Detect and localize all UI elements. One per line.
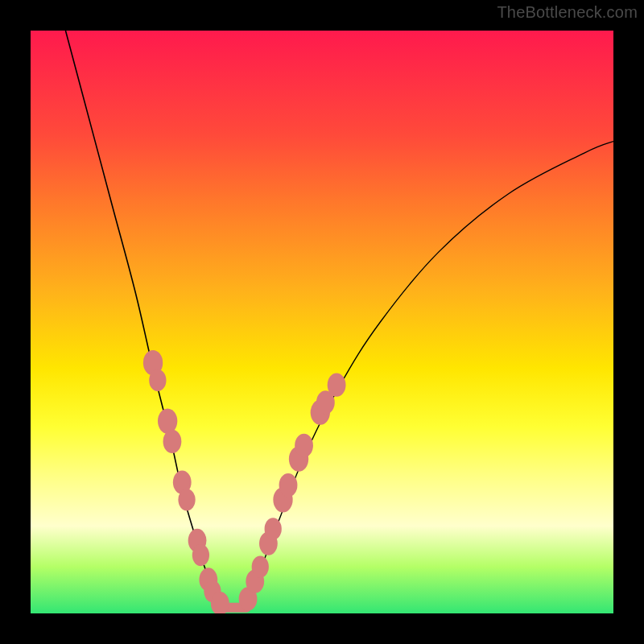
- bead-marker: [252, 555, 269, 577]
- bead-marker: [158, 408, 177, 433]
- bead-marker: [149, 369, 166, 391]
- bottleneck-chart: [31, 31, 613, 613]
- bead-markers: [143, 350, 346, 613]
- curve-right: [241, 142, 613, 607]
- bead-marker: [178, 489, 195, 510]
- curve-left: [65, 31, 229, 608]
- bead-marker: [295, 434, 313, 457]
- bead-marker: [328, 374, 346, 397]
- bead-marker: [265, 518, 282, 539]
- bead-marker: [279, 473, 298, 497]
- watermark-text: TheBottleneck.com: [497, 3, 638, 22]
- bead-marker: [192, 544, 209, 566]
- plot-area: [31, 31, 613, 613]
- bead-marker: [163, 430, 182, 453]
